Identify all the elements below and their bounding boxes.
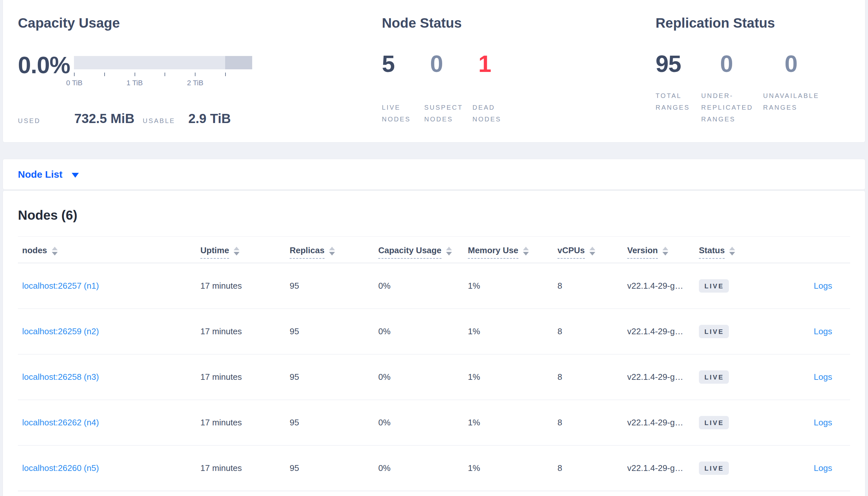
axis-tick-label: 2 TiB [187,79,203,87]
replicas-cell: 95 [290,281,378,291]
version-cell: v22.1.4-29-g… [627,418,699,428]
column-header-label: Version [627,245,658,259]
live-nodes-count: 5 [382,52,430,76]
sort-icon [729,247,735,255]
logs-link[interactable]: Logs [814,418,832,427]
column-header-memory-use[interactable]: Memory Use [468,245,557,263]
logs-link[interactable]: Logs [814,281,832,291]
capacity-used-percent: 0.0% [18,53,70,77]
version-cell: v22.1.4-29-g… [627,372,699,382]
vcpus-cell: 8 [557,418,627,428]
node-status-values: 5 0 1 [382,52,543,76]
capacity-cell: 0% [378,326,468,337]
status-badge: LIVE [699,416,729,429]
suspect-nodes-label: SUSPECT NODES [424,102,470,125]
version-cell: v22.1.4-29-g… [627,463,699,473]
status-badge: LIVE [699,279,729,293]
axis-tick-label: 0 TiB [66,79,83,87]
column-header-label: Uptime [200,245,229,259]
table-row: localhost:26257 (n1) 17 minutes 95 0% 1%… [18,263,850,309]
node-list-bar: Node List [3,159,865,190]
replicas-cell: 95 [290,418,378,428]
column-header-label: vCPUs [557,245,585,259]
axis-tick [165,73,165,76]
axis-tick [195,73,195,76]
node-address-link[interactable]: localhost:26257 (n1) [22,281,99,291]
status-badge: LIVE [699,370,729,384]
column-header-status[interactable]: Status [699,245,749,263]
vcpus-cell: 8 [557,281,627,291]
memory-cell: 1% [468,418,557,428]
column-header-label: nodes [22,245,47,259]
uptime-cell: 17 minutes [200,281,290,291]
sort-icon [234,247,239,255]
replication-status-title: Replication Status [656,16,775,30]
logs-link[interactable]: Logs [814,326,832,336]
total-ranges-label: TOTAL RANGES [656,90,701,125]
replicas-cell: 95 [290,463,378,473]
capacity-usage-title: Capacity Usage [18,16,120,30]
column-header-label: Replicas [290,245,325,259]
column-header-uptime[interactable]: Uptime [200,245,290,263]
table-row: localhost:26258 (n3) 17 minutes 95 0% 1%… [18,354,850,400]
nodes-table-card: Nodes (6) nodes Uptime Replicas Capacity… [3,190,865,496]
node-address-link[interactable]: localhost:26260 (n5) [22,463,99,473]
node-address-link[interactable]: localhost:26258 (n3) [22,372,99,382]
suspect-nodes-count: 0 [430,52,478,76]
column-header-capacity-usage[interactable]: Capacity Usage [378,245,468,263]
axis-tick-label: 1 TiB [126,79,143,87]
vcpus-cell: 8 [557,326,627,337]
cluster-overview-page: Capacity Usage 0.0% 0 TiB 1 TiB 2 TiB US… [0,0,868,496]
total-ranges-count: 95 [656,52,720,76]
axis-tick [225,73,226,76]
sort-icon [523,247,529,255]
uptime-cell: 17 minutes [200,372,290,382]
column-header-label: Memory Use [468,245,519,259]
table-row: localhost:26259 (n2) 17 minutes 95 0% 1%… [18,309,850,354]
uptime-cell: 17 minutes [200,418,290,428]
status-badge: LIVE [699,325,729,338]
column-header-replicas[interactable]: Replicas [290,245,378,263]
axis-tick [104,73,105,76]
usable-value: 2.9 TiB [188,112,231,125]
dead-nodes-label: DEAD NODES [473,102,515,125]
sort-icon [329,247,335,255]
memory-cell: 1% [468,326,557,337]
logs-link[interactable]: Logs [814,463,832,473]
node-address-link[interactable]: localhost:26259 (n2) [22,326,99,336]
under-replicated-ranges-count: 0 [720,52,784,76]
uptime-cell: 17 minutes [200,463,290,473]
sort-icon [662,247,668,255]
column-header-version[interactable]: Version [627,245,699,263]
vcpus-cell: 8 [557,372,627,382]
column-header-label: Capacity Usage [378,245,442,259]
node-list-dropdown[interactable]: Node List [18,169,79,180]
node-status-labels: LIVE NODES SUSPECT NODES DEAD NODES [382,102,515,125]
dead-nodes-count: 1 [478,52,543,76]
used-value: 732.5 MiB [74,112,135,125]
logs-link[interactable]: Logs [814,372,832,382]
nodes-section-title: Nodes (6) [18,208,850,222]
memory-cell: 1% [468,372,557,382]
node-status-title: Node Status [382,16,462,30]
column-header-vcpus[interactable]: vCPUs [557,245,627,263]
status-badge: LIVE [699,462,729,475]
replicas-cell: 95 [290,326,378,337]
summary-panel: Capacity Usage 0.0% 0 TiB 1 TiB 2 TiB US… [3,0,865,142]
table-header-row: nodes Uptime Replicas Capacity Usage Mem… [18,237,850,263]
node-list-label: Node List [18,169,62,180]
replication-labels: TOTAL RANGES UNDER-REPLICATED RANGES UNA… [656,90,833,125]
memory-cell: 1% [468,281,557,291]
sort-icon [446,247,452,255]
used-label: USED [18,117,41,125]
table-row: localhost:26262 (n4) 17 minutes 95 0% 1%… [18,400,850,446]
under-replicated-ranges-label: UNDER-REPLICATED RANGES [701,90,763,125]
node-address-link[interactable]: localhost:26262 (n4) [22,418,99,427]
axis-tick [135,73,135,76]
column-header-nodes[interactable]: nodes [18,245,200,263]
vcpus-cell: 8 [557,463,627,473]
usable-label: USABLE [143,117,175,125]
unavailable-ranges-count: 0 [784,52,856,76]
live-nodes-label: LIVE NODES [382,102,424,125]
replicas-cell: 95 [290,372,378,382]
